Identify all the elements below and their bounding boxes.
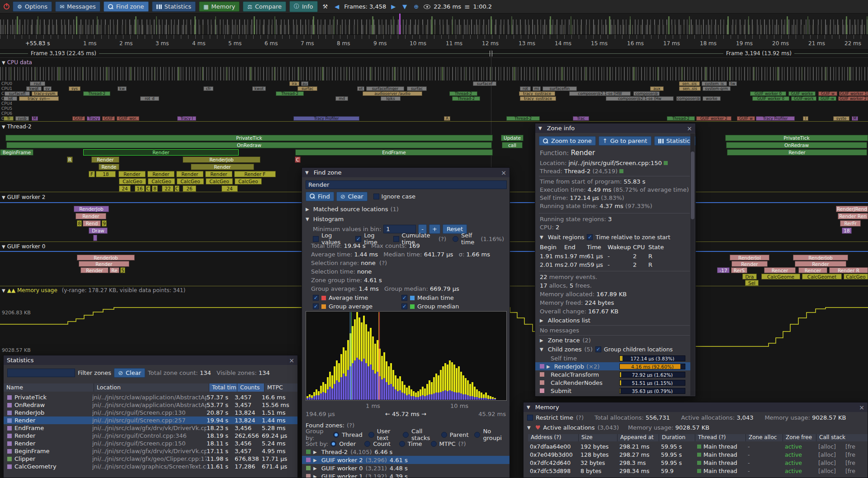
timeline-zone[interactable]: EndFrame — [295, 149, 493, 156]
stats-table-row[interactable]: EndFrame jni/../jni/src/claw/gfx/drv/vk/… — [4, 424, 298, 432]
alloc-appeared[interactable]: 298.3 ms — [619, 459, 659, 466]
group-by-radio[interactable]: Parent — [441, 431, 469, 438]
checkbox[interactable] — [313, 295, 319, 301]
messages-button[interactable]: ✉Messages — [55, 1, 100, 12]
cpu-zone[interactable]: Trac — [573, 116, 589, 121]
alloc-address[interactable]: 0x7dfaa64e00 — [530, 443, 578, 450]
cpu-zone[interactable]: sv — [43, 86, 52, 91]
cpu-zone[interactable]: Tr — [4, 116, 14, 121]
memory-column-header[interactable]: Address (?) — [528, 434, 579, 441]
found-zone-group-row[interactable]: ▶ GUIF worker 0 (3,231) 4.48 s — [302, 464, 510, 472]
cpu-zone[interactable]: GUIF worker 2 — [838, 96, 868, 101]
timeline-zone[interactable]: call — [502, 142, 523, 148]
timeline-zone[interactable]: C — [146, 185, 151, 192]
timeline-zone[interactable]: 16 — [135, 185, 145, 192]
timeline-zone[interactable]: Render — [731, 261, 768, 267]
collapse-icon[interactable]: ▼ — [527, 425, 531, 430]
timeline-zone[interactable]: RenderJob — [74, 206, 109, 212]
child-zone-row[interactable]: CalcRenderNodes 51.51 µs (1.15%) — [535, 379, 691, 387]
cpu-zone[interactable]: worke — [703, 96, 721, 101]
cpu-zone[interactable]: GUIF worker 0 — [750, 91, 786, 96]
radio[interactable] — [474, 432, 480, 438]
timeline-zone[interactable]: RenderJob — [183, 156, 260, 163]
cpu-zone[interactable]: M — [32, 116, 38, 121]
checkbox[interactable] — [453, 236, 458, 242]
checkbox[interactable] — [355, 236, 361, 242]
cpu-zone[interactable]: tracy_syn— — [19, 96, 59, 101]
cpu-zone[interactable]: surfac — [297, 86, 317, 91]
child-zone-row[interactable]: Submit 35.63 µs (0.79%) — [535, 387, 691, 395]
next-frame-button[interactable]: ▶ — [389, 2, 397, 11]
timeline-zone[interactable]: 5 — [120, 267, 125, 273]
cpu-zone[interactable]: Thread-2 — [83, 91, 110, 96]
cpu-zone[interactable]: composer@2:1-se (Hw — [606, 96, 674, 101]
cpu-zone[interactable]: sys — [69, 86, 80, 91]
memory-column-header[interactable]: Zone alloc — [746, 434, 783, 441]
guif-worker2-header[interactable]: ▼GUIF worker 2 — [2, 194, 45, 200]
collapse-icon[interactable]: ▼ — [305, 170, 309, 175]
cpu-zone[interactable]: GUIF w — [818, 91, 837, 96]
group-children-checkbox[interactable] — [595, 346, 601, 352]
timeline-zone[interactable]: Render Ren — [838, 213, 868, 219]
close-icon[interactable]: × — [687, 125, 692, 132]
tools-icon[interactable]: ⚒ — [321, 2, 330, 11]
allocation-row[interactable]: 0x7dfc53d898 8 bytes 298.34 ms 59.9 Main… — [528, 468, 868, 476]
statistics-window-titlebar[interactable]: Statistics × — [4, 355, 297, 365]
cpu-zone[interactable]: M — [852, 116, 858, 121]
radio[interactable] — [403, 432, 409, 438]
expand-icon[interactable]: ▶ — [547, 364, 550, 369]
scrollbar-thumb[interactable] — [691, 151, 694, 219]
timeline-zone[interactable]: Render — [191, 164, 254, 170]
cpu-zone[interactable]: surfaceflinger — [366, 86, 404, 91]
frame-row[interactable]: Frame 3,193 (22.45 ms) Frame 3,194 (13.9… — [0, 50, 868, 57]
timeline-zone[interactable]: Render — [83, 149, 239, 156]
allocations-list-toggle[interactable]: ▶Allocations list — [540, 317, 689, 324]
cpu-zone[interactable]: Thread-2 — [452, 96, 480, 101]
radio[interactable] — [399, 441, 405, 447]
options-button[interactable]: ⚙Options — [13, 1, 52, 12]
cpu-zone[interactable]: GUIF-w — [818, 96, 836, 101]
find-button[interactable]: Find — [306, 192, 334, 201]
timeline-zone[interactable]: Render — [75, 213, 106, 219]
power-icon[interactable] — [4, 4, 9, 9]
timeline-zone[interactable]: 9 — [102, 220, 107, 227]
legend-toggle[interactable]: Median time — [401, 294, 490, 301]
stats-column-header[interactable]: Counts — [237, 383, 264, 392]
checkbox[interactable] — [401, 303, 407, 309]
cpu-zone[interactable]: A — [444, 116, 450, 121]
alloc-address[interactable]: 0x7dfc42d640 — [530, 459, 578, 466]
cpu-zone[interactable]: GUIF — [72, 116, 85, 121]
cpu-zone[interactable]: aux — [650, 86, 664, 91]
cpu-zone[interactable]: kwgt — [26, 86, 42, 91]
cpu-zone[interactable]: GUIF-work — [791, 96, 816, 101]
timeline-zone[interactable]: CalcGeo — [148, 178, 175, 185]
stats-table-row[interactable]: BeginFrame jni/../jni/src/claw/gfx/drv/v… — [4, 447, 298, 455]
timeline-zone[interactable]: Render — [727, 149, 867, 156]
cpu-zone[interactable]: cfr — [203, 86, 213, 91]
cpu-zone[interactable]: tracy_systrace — [520, 96, 556, 101]
memory-button[interactable]: ▦Memory — [199, 1, 240, 12]
zoom-to-zone-button[interactable]: Zoom to zone — [539, 136, 596, 146]
allocation-row[interactable]: 0x7dfaa64e00 192 bytes 298.21 ms 59.95 s… — [528, 443, 868, 451]
checkbox[interactable] — [393, 236, 399, 242]
timeline-zone[interactable]: Rencer — [798, 267, 827, 273]
alloc-appeared[interactable]: 298.34 ms — [619, 468, 659, 474]
cpu-zone[interactable]: surfacef — [473, 81, 496, 86]
memory-column-header[interactable]: Zone free — [783, 434, 816, 441]
timeline-zone[interactable]: Render R — [829, 267, 868, 273]
memory-column-header[interactable]: Duration — [659, 434, 695, 441]
matched-source-locations-toggle[interactable]: ▶Matched source locations (1) — [306, 205, 508, 213]
find-zone-histogram[interactable] — [306, 311, 507, 401]
timeline-zone[interactable]: 22 — [162, 185, 174, 192]
stats-table-row[interactable]: CalcGeometry jni/../jni/src/claw/graphic… — [4, 463, 298, 470]
timeline-zone[interactable]: CalcGeo — [177, 178, 204, 185]
timeline-zone[interactable]: CalcGeo — [206, 178, 233, 185]
found-zone-group-row[interactable]: ▶ GUIF worker 1 (3,192) 4.39 s — [302, 472, 510, 478]
alloc-callstack-free[interactable]: [fre — [845, 451, 868, 458]
expand-icon[interactable]: ▶ — [313, 450, 317, 454]
cpu-zone[interactable]: syste — [833, 116, 849, 121]
timeline-zone[interactable]: CalcGeo — [844, 274, 868, 279]
close-icon[interactable]: × — [859, 404, 864, 411]
time-ruler[interactable]: +55.83 s 1 ms2 ms3 ms4 ms5 ms6 ms7 ms8 m… — [0, 35, 868, 50]
active-allocations-label[interactable]: Active allocations — [543, 424, 594, 431]
